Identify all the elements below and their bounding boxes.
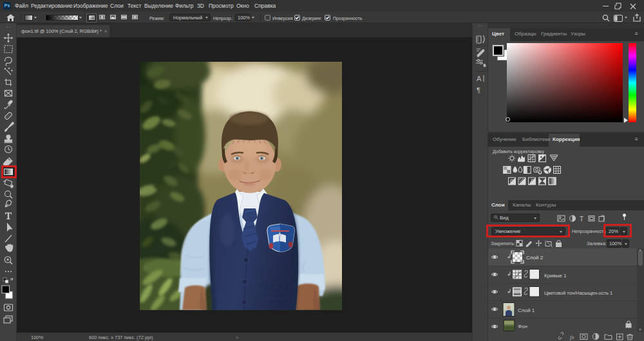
svg-text:Фон: Фон [518, 324, 527, 329]
svg-text:fx: fx [570, 334, 574, 340]
svg-text:Цветовой тон/Насыщен-ость 1: Цветовой тон/Насыщен-ость 1 [544, 290, 612, 296]
svg-text:T: T [580, 216, 583, 223]
svg-text:A: A [477, 75, 482, 82]
svg-text:Слой 1: Слой 1 [518, 308, 535, 313]
svg-text:Кривые 1: Кривые 1 [544, 273, 567, 279]
svg-text:¶: ¶ [477, 86, 480, 94]
svg-text:Слой 2: Слой 2 [526, 255, 544, 261]
